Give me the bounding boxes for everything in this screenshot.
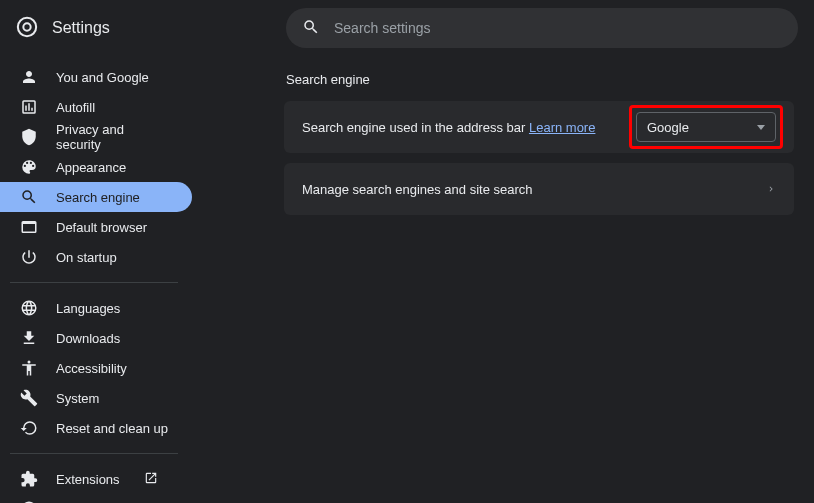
- sidebar: You and Google Autofill Privacy and secu…: [0, 56, 192, 503]
- search-engine-dropdown[interactable]: Google: [636, 112, 776, 142]
- sidebar-item-reset[interactable]: Reset and clean up: [0, 413, 192, 443]
- person-icon: [20, 68, 38, 86]
- row-label: Search engine used in the address bar Le…: [302, 120, 595, 135]
- dropdown-value: Google: [647, 120, 689, 135]
- sidebar-item-system[interactable]: System: [0, 383, 192, 413]
- svg-point-0: [18, 17, 36, 35]
- search-bar[interactable]: [286, 8, 798, 48]
- sidebar-item-languages[interactable]: Languages: [0, 293, 192, 323]
- sidebar-item-label: You and Google: [56, 70, 149, 85]
- shield-icon: [20, 128, 38, 146]
- sidebar-item-label: Extensions: [56, 472, 120, 487]
- sidebar-item-default-browser[interactable]: Default browser: [0, 212, 192, 242]
- search-input[interactable]: [334, 20, 782, 36]
- wrench-icon: [20, 389, 38, 407]
- palette-icon: [20, 158, 38, 176]
- sidebar-item-on-startup[interactable]: On startup: [0, 242, 192, 272]
- search-engine-row: Search engine used in the address bar Le…: [284, 101, 794, 153]
- row-label-text: Search engine used in the address bar: [302, 120, 529, 135]
- autofill-icon: [20, 98, 38, 116]
- row-label: Manage search engines and site search: [302, 182, 533, 197]
- sidebar-item-search-engine[interactable]: Search engine: [0, 182, 192, 212]
- sidebar-item-accessibility[interactable]: Accessibility: [0, 353, 192, 383]
- sidebar-item-label: Appearance: [56, 160, 126, 175]
- sidebar-item-about[interactable]: About Chrome: [0, 494, 192, 503]
- sidebar-item-label: Downloads: [56, 331, 120, 346]
- divider: [10, 453, 178, 454]
- divider: [10, 282, 178, 283]
- sidebar-item-privacy[interactable]: Privacy and security: [0, 122, 192, 152]
- sidebar-item-label: Reset and clean up: [56, 421, 168, 436]
- sidebar-item-appearance[interactable]: Appearance: [0, 152, 192, 182]
- manage-search-row[interactable]: Manage search engines and site search: [284, 163, 794, 215]
- highlight-annotation: Google: [629, 105, 783, 149]
- sidebar-item-label: Search engine: [56, 190, 140, 205]
- accessibility-icon: [20, 359, 38, 377]
- svg-point-1: [23, 23, 30, 30]
- browser-icon: [20, 218, 38, 236]
- chevron-down-icon: [757, 125, 765, 130]
- search-icon: [20, 188, 38, 206]
- sidebar-item-label: Languages: [56, 301, 120, 316]
- search-icon: [302, 18, 320, 39]
- sidebar-item-extensions[interactable]: Extensions: [0, 464, 192, 494]
- sidebar-item-label: Default browser: [56, 220, 147, 235]
- sidebar-item-label: Privacy and security: [56, 122, 172, 152]
- section-title: Search engine: [286, 72, 794, 87]
- main-panel: Search engine Search engine used in the …: [192, 56, 814, 503]
- sidebar-item-you-and-google[interactable]: You and Google: [0, 62, 192, 92]
- open-in-new-icon: [144, 471, 158, 488]
- extension-icon: [20, 470, 38, 488]
- chevron-right-icon: [766, 182, 776, 197]
- sidebar-item-label: On startup: [56, 250, 117, 265]
- sidebar-item-label: System: [56, 391, 99, 406]
- globe-icon: [20, 299, 38, 317]
- sidebar-item-label: Accessibility: [56, 361, 127, 376]
- header: Settings: [0, 0, 814, 56]
- learn-more-link[interactable]: Learn more: [529, 120, 595, 135]
- restore-icon: [20, 419, 38, 437]
- download-icon: [20, 329, 38, 347]
- sidebar-item-autofill[interactable]: Autofill: [0, 92, 192, 122]
- logo-wrap: Settings: [16, 16, 286, 41]
- sidebar-item-downloads[interactable]: Downloads: [0, 323, 192, 353]
- chrome-icon: [16, 16, 38, 41]
- page-title: Settings: [52, 19, 110, 37]
- sidebar-item-label: Autofill: [56, 100, 95, 115]
- power-icon: [20, 248, 38, 266]
